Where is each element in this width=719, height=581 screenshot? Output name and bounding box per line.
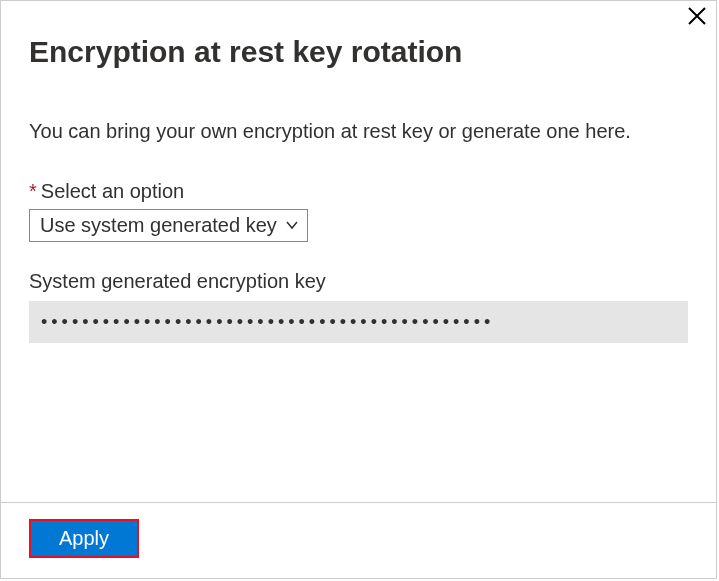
required-star-icon: * — [29, 180, 37, 202]
panel-footer: Apply — [1, 502, 716, 578]
apply-button[interactable]: Apply — [29, 519, 139, 558]
option-select[interactable]: Use system generated key — [29, 209, 308, 242]
encryption-key-field — [29, 301, 688, 343]
chevron-down-icon — [285, 214, 299, 237]
close-icon[interactable] — [688, 7, 706, 29]
option-selected-value: Use system generated key — [40, 214, 277, 237]
key-label: System generated encryption key — [29, 270, 688, 293]
page-title: Encryption at rest key rotation — [29, 35, 688, 69]
description-text: You can bring your own encryption at res… — [29, 117, 688, 146]
panel-content: Encryption at rest key rotation You can … — [1, 1, 716, 502]
key-rotation-panel: Encryption at rest key rotation You can … — [0, 0, 717, 579]
option-label-text: Select an option — [41, 180, 184, 202]
option-label: *Select an option — [29, 180, 688, 203]
